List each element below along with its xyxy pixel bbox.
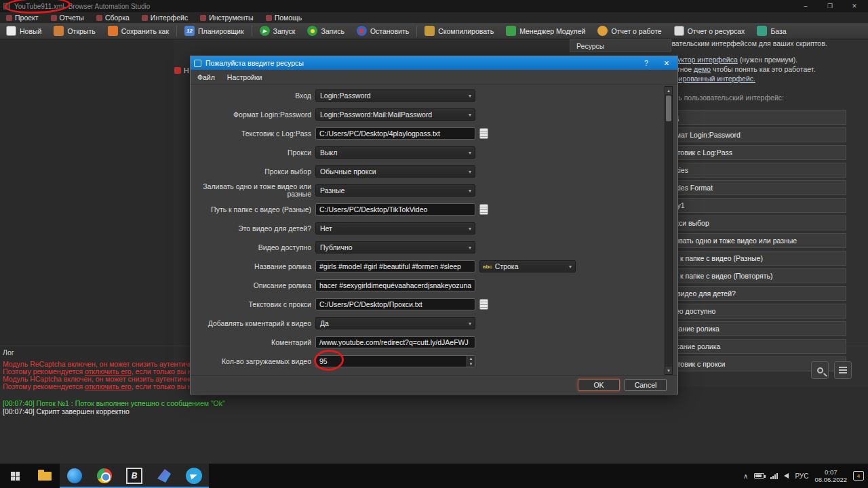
telegram-icon — [186, 468, 202, 484]
resource-item[interactable]: Заливать одно и тоже видео или разные — [655, 233, 846, 248]
spinner-down-icon[interactable]: ▼ — [467, 361, 475, 367]
second-app-button[interactable] — [149, 464, 179, 488]
paste-icon[interactable] — [479, 128, 488, 139]
paste-icon[interactable] — [479, 204, 488, 215]
module-manager-button[interactable]: Менеджер Модулей — [500, 23, 591, 39]
close-button[interactable]: ✕ — [842, 0, 867, 12]
dialog-help-button[interactable]: ? — [638, 56, 654, 70]
menu-interface[interactable]: Интерфейс — [136, 12, 194, 23]
logpass-file-input[interactable]: C:/Users/PC/Desktop/4playlogpass.txt — [315, 127, 475, 140]
chrome-button[interactable] — [90, 464, 119, 488]
resource-item[interactable]: Видео доступно — [655, 304, 846, 319]
dialog-row: Описание ролика hacer #sexygirldimequéva… — [191, 276, 664, 295]
input-value: C:/Users/PC/Desktop/Прокси.txt — [316, 300, 475, 308]
toolbar-separator — [416, 26, 417, 37]
bas-app-button[interactable]: B — [119, 464, 149, 488]
stop-button[interactable]: Остановить — [351, 23, 415, 39]
battery-icon[interactable] — [754, 473, 764, 479]
minimize-button[interactable]: – — [793, 0, 818, 12]
resource-item[interactable]: Proxy1 — [655, 198, 846, 213]
dialog-row: Добавлять коментарий к видео Да▾ — [191, 314, 664, 333]
resource-item[interactable]: Cookies Format — [655, 180, 846, 195]
visibility-select[interactable]: Публично▾ — [315, 241, 475, 253]
chevron-down-icon: ▾ — [465, 226, 475, 232]
resource-item[interactable]: Название ролика — [655, 321, 846, 336]
scheduler-button[interactable]: 12Планировщик — [178, 23, 250, 39]
field-label: Вход — [191, 86, 311, 105]
login-format-select[interactable]: Login:Password:Mail:MailPassword▾ — [315, 108, 475, 121]
cancel-button[interactable]: Cancel — [625, 379, 667, 391]
kids-video-select[interactable]: Нет▾ — [315, 222, 475, 235]
network-icon[interactable] — [770, 473, 778, 479]
proxy-select[interactable]: Выкл▾ — [315, 146, 475, 159]
menu-list-button[interactable] — [834, 361, 852, 379]
video-count-spinner[interactable]: 95 ▲▼ — [315, 355, 475, 367]
run-button[interactable]: ▶Запуск — [254, 23, 302, 39]
menu-reports[interactable]: Отчеты — [45, 12, 90, 23]
record-button[interactable]: Запись — [301, 23, 350, 39]
menu-label: Отчеты — [60, 14, 84, 22]
menu-label: Инструменты — [209, 14, 253, 22]
comment-input[interactable]: /www.youtube.com/redirect?q=cutt.ly/dJAe… — [315, 336, 475, 348]
folder-icon — [38, 472, 52, 481]
language-indicator[interactable]: РУС — [795, 472, 808, 480]
menu-build[interactable]: Сборка — [90, 12, 136, 23]
dialog-menu-settings[interactable]: Настройки — [227, 73, 262, 81]
resource-item[interactable]: Вход — [655, 110, 846, 125]
browser-app-button[interactable] — [60, 464, 90, 488]
clock[interactable]: 0:07 08.06.2022 — [814, 468, 847, 483]
menu-project[interactable]: Проект — [0, 12, 45, 23]
menu-help[interactable]: Помощь — [260, 12, 309, 23]
video-title-input[interactable]: #girls #model #girl #beautiful #formen #… — [315, 260, 475, 272]
paste-icon[interactable] — [479, 299, 488, 310]
scrollbar-thumb[interactable] — [666, 96, 671, 121]
file-explorer-button[interactable] — [30, 464, 60, 488]
dialog-scrollbar[interactable]: ▲ ▼ — [665, 86, 673, 375]
database-button[interactable]: База — [751, 23, 792, 39]
scroll-down-icon[interactable]: ▼ — [665, 367, 672, 374]
resource-report-button[interactable]: Отчет о ресурсах — [668, 23, 751, 39]
resource-item[interactable]: Это видео для детей? — [655, 286, 846, 301]
proxy-choice-select[interactable]: Обычные прокси▾ — [315, 165, 475, 178]
toolbar-label: Новый — [20, 27, 41, 35]
video-description-input[interactable]: hacer #sexygirldimequévaahacerdjsnakeyoz… — [315, 279, 475, 291]
save-as-button[interactable]: Сохранить как — [102, 23, 175, 39]
value-type-select[interactable]: abc Строка ▾ — [479, 260, 576, 272]
resource-item[interactable]: Прокси выбор — [655, 216, 846, 230]
resource-item[interactable]: Формат Login:Password — [655, 127, 846, 142]
login-mode-select[interactable]: Login:Password▾ — [315, 89, 475, 102]
resource-item[interactable]: Путь к папке с видео (Повторять) — [655, 268, 846, 283]
scroll-up-icon[interactable]: ▲ — [665, 87, 672, 94]
spinner-up-icon[interactable]: ▲ — [467, 356, 475, 361]
resource-item[interactable]: Путь к папке с видео (Разные) — [655, 251, 846, 266]
spinner-buttons[interactable]: ▲▼ — [467, 356, 475, 367]
tray-expand-icon[interactable]: ∧ — [743, 472, 748, 480]
resource-item[interactable]: Cookies — [655, 163, 846, 178]
notification-icon[interactable]: 4 — [853, 471, 864, 481]
menu-icon — [51, 15, 57, 21]
telegram-button[interactable] — [179, 464, 209, 488]
search-button[interactable] — [811, 361, 829, 379]
log-link[interactable]: отключить его — [85, 382, 132, 390]
resource-item[interactable]: Текстовик с Log:Pass — [655, 145, 846, 160]
stop-icon — [357, 26, 367, 36]
proxy-file-input[interactable]: C:/Users/PC/Desktop/Прокси.txt — [315, 298, 475, 310]
intro-link[interactable]: демо — [694, 65, 711, 73]
dialog-close-button[interactable]: ✕ — [658, 56, 675, 70]
ok-button[interactable]: OK — [578, 379, 620, 391]
start-button[interactable] — [0, 464, 30, 488]
toolbar-label: База — [770, 27, 786, 35]
same-video-select[interactable]: Разные▾ — [315, 184, 475, 197]
video-folder-input[interactable]: C:/Users/PC/Desktop/TikTokVideo — [315, 203, 475, 216]
maximize-button[interactable]: ❐ — [818, 0, 842, 12]
menu-tools[interactable]: Инструменты — [194, 12, 259, 23]
dialog-menu-file[interactable]: Файл — [197, 73, 215, 81]
resources-tab[interactable]: Ресурсы — [570, 39, 671, 52]
add-comment-select[interactable]: Да▾ — [315, 317, 475, 329]
dialog-title-bar[interactable]: Пожалуйста введите ресурсы — [191, 56, 677, 70]
work-report-button[interactable]: Отчет о работе — [591, 23, 667, 39]
speaker-icon[interactable] — [784, 473, 789, 479]
open-button[interactable]: Открыть — [47, 23, 101, 39]
compile-button[interactable]: Скомпилировать — [418, 23, 500, 39]
new-button[interactable]: Новый — [0, 23, 47, 39]
